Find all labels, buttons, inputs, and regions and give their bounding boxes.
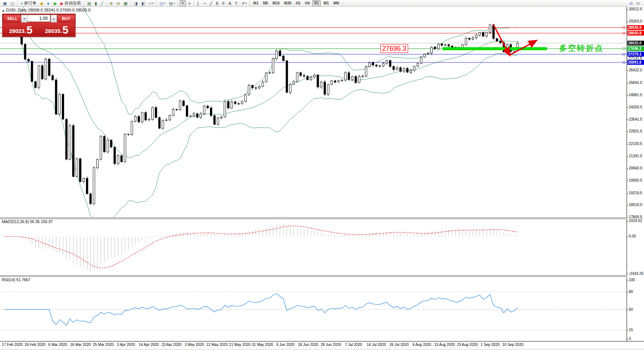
- price-tick-label: 30012.5: [629, 7, 642, 11]
- candle-body: [62, 94, 64, 119]
- sell-price-button[interactable]: 28023.5: [3, 23, 39, 36]
- buy-price-button[interactable]: 28035.5: [39, 23, 74, 36]
- candle-body: [103, 136, 105, 152]
- chart-title: ▲DJ30-,Daily 28008.0 28241.0 27930.0 280…: [2, 8, 90, 12]
- candle-body: [83, 178, 84, 182]
- line-handle[interactable]: [623, 48, 625, 50]
- price-tick-label: 23541.0: [629, 117, 642, 121]
- candle-body: [217, 118, 219, 124]
- candle-body: [210, 108, 212, 116]
- candle-body: [55, 80, 57, 114]
- candle-body: [141, 112, 143, 122]
- axis-tick: [627, 310, 628, 310]
- candle-body: [376, 65, 377, 66]
- candle-body: [341, 80, 343, 81]
- candle-body: [258, 87, 260, 88]
- axis-tick: [627, 120, 628, 120]
- candle-body: [489, 25, 491, 33]
- support-zone-bar[interactable]: [443, 47, 547, 50]
- axis-tick: [627, 58, 628, 59]
- candle-body: [148, 120, 150, 120]
- main-price-pane[interactable]: [0, 0, 627, 223]
- axis-tick: [627, 193, 628, 193]
- candle-body: [151, 108, 153, 120]
- price-tick-label: 1024.52: [629, 219, 642, 223]
- pivot-zone-text[interactable]: 多空转折点: [559, 43, 604, 53]
- macd-pane[interactable]: [4, 223, 518, 272]
- candle-body: [293, 82, 295, 84]
- volume-step-down-button[interactable]: ▼: [21, 15, 27, 23]
- candle-body: [479, 33, 481, 36]
- candle-body: [383, 63, 384, 66]
- price-tick-label: 22100.5: [629, 142, 642, 146]
- candle-body: [434, 47, 436, 49]
- candle-body: [307, 76, 308, 80]
- pane-splitter-macd[interactable]: [0, 218, 644, 219]
- price-tick-label: 24981.5: [629, 93, 642, 97]
- candle-body: [283, 56, 284, 61]
- buy-button[interactable]: BUY: [57, 15, 75, 23]
- price-tick-label: 24250.5: [629, 105, 642, 109]
- candlesticks: [4, 19, 519, 205]
- candle-body: [234, 102, 236, 104]
- candle-body: [238, 104, 240, 104]
- date-axis[interactable]: 17 Feb 202026 Feb 20206 Mar 202016 Mar 2…: [0, 341, 644, 349]
- price-tick-label: 26422.0: [629, 68, 642, 72]
- macd-signal-line: [4, 226, 518, 268]
- price-tick-label: 21391.0: [629, 154, 642, 158]
- candle-body: [231, 102, 233, 108]
- candle-body: [220, 117, 222, 118]
- candle-body: [386, 60, 388, 63]
- axis-tick: [627, 236, 628, 237]
- support-price-label[interactable]: 27696.3: [380, 44, 408, 53]
- price-chart-canvas[interactable]: [0, 0, 644, 350]
- candle-body: [241, 101, 243, 104]
- line-handle[interactable]: [623, 61, 625, 63]
- price-tick-label: -2433.25: [629, 272, 643, 276]
- candle-body: [34, 81, 36, 87]
- collapse-panel-icon[interactable]: ▲: [2, 9, 5, 12]
- line-handle[interactable]: [623, 32, 625, 34]
- candle-body: [348, 73, 350, 79]
- candle-body: [31, 61, 33, 82]
- rsi-indicator-label: RSI(14) 51.7667: [2, 277, 30, 282]
- candle-body: [251, 85, 253, 88]
- candle-body: [303, 75, 305, 76]
- price-tick-label: 25691.0: [629, 81, 642, 85]
- axis-tick: [627, 83, 628, 83]
- trend-arrow[interactable]: [493, 24, 510, 55]
- candle-body: [145, 112, 147, 120]
- candle-body: [73, 125, 74, 176]
- date-tick-label: 10 Sep 2020: [497, 343, 528, 347]
- candle-body: [317, 75, 319, 87]
- price-tick-label: 29303.0: [629, 19, 642, 23]
- volume-step-up-button[interactable]: ▲: [51, 15, 57, 23]
- pane-splitter-rsi[interactable]: [0, 275, 644, 277]
- candle-body: [38, 65, 40, 88]
- candle-body: [472, 38, 474, 39]
- axis-tick: [627, 21, 628, 22]
- volume-input[interactable]: 1.00: [27, 15, 50, 22]
- candle-body: [358, 76, 360, 83]
- candle-body: [224, 101, 226, 117]
- candle-body: [265, 73, 267, 82]
- line-handle[interactable]: [623, 27, 625, 28]
- price-level-badge: 27370.1: [627, 52, 644, 57]
- candle-body: [127, 134, 129, 134]
- candle-body: [131, 121, 133, 135]
- price-axis[interactable]: 30012.529303.027131.526422.025691.024981…: [627, 6, 644, 341]
- sell-button[interactable]: SELL: [3, 15, 21, 23]
- candle-body: [427, 53, 429, 54]
- candle-body: [410, 70, 412, 72]
- axis-tick: [627, 221, 628, 221]
- price-tick-label: 100: [629, 278, 635, 282]
- candle-body: [331, 81, 333, 84]
- axis-tick: [627, 168, 628, 169]
- axis-tick: [627, 181, 628, 181]
- candle-body: [393, 67, 394, 70]
- axis-tick: [627, 144, 628, 144]
- rsi-pane[interactable]: [0, 292, 627, 330]
- candle-body: [400, 68, 401, 71]
- candle-body: [45, 59, 47, 79]
- line-handle[interactable]: [623, 53, 625, 55]
